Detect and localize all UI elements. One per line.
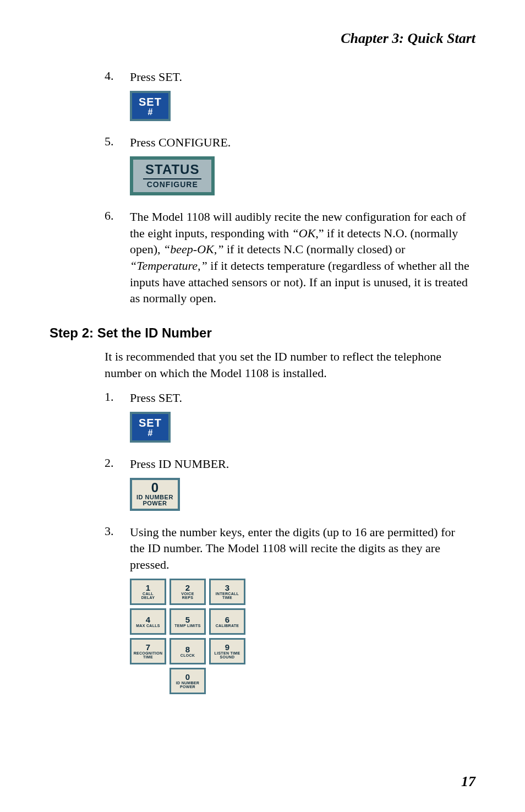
key-digit: 4: [132, 615, 165, 624]
key-label2: TIME: [211, 596, 244, 600]
key-label2: SOUND: [211, 655, 244, 659]
button-label-bottom: #: [139, 429, 162, 438]
key-digit: 5: [171, 615, 204, 624]
body: 4. Press SET. SET # 5. Press CONFIGURE.: [105, 69, 470, 307]
continued-steps-list: 4. Press SET. SET # 5. Press CONFIGURE.: [105, 69, 470, 307]
keypad-row-1: 1 CALL DELAY 2 VOICE REPS 3: [130, 579, 245, 605]
key-8: 8 CLOCK: [169, 638, 206, 664]
step-number: 2.: [105, 456, 130, 514]
key-digit: 7: [132, 643, 165, 651]
key-label: CLOCK: [171, 653, 204, 657]
step-number: 5.: [105, 134, 130, 198]
key-5: 5 TEMP LIMITS: [169, 608, 206, 635]
button-label-top: STATUS: [143, 162, 201, 179]
key-label2: POWER: [171, 685, 204, 689]
status-configure-button: STATUS CONFIGURE: [130, 156, 215, 195]
step-6: 6. The Model 1108 will audibly recite th…: [105, 209, 470, 307]
key-label2: REPS: [171, 596, 204, 600]
set-button-graphic: SET #: [130, 91, 470, 122]
step-4: 4. Press SET. SET #: [105, 69, 470, 124]
quote-ok: “OK,: [292, 226, 319, 240]
key-label: INTERCALL: [211, 592, 244, 596]
id-number-button: 0 ID NUMBER POWER: [130, 478, 180, 511]
key-label2: DELAY: [132, 596, 165, 600]
quote-temperature: “Temperature,”: [130, 259, 207, 273]
key-6: 6 CALIBRATE: [209, 608, 245, 635]
page-number: 17: [461, 773, 475, 790]
button-label-bottom: #: [139, 108, 162, 117]
step2-item-1: 1. Press SET. SET #: [105, 390, 470, 445]
step2-item-3: 3. Using the number keys, enter the digi…: [105, 524, 470, 697]
key-digit: 9: [211, 643, 244, 651]
key-label2: TIME: [132, 655, 165, 659]
step-5: 5. Press CONFIGURE. STATUS CONFIGURE: [105, 134, 470, 198]
key-0: 0 ID NUMBER POWER: [169, 668, 206, 694]
page: Chapter 3: Quick Start 4. Press SET. SET…: [0, 0, 525, 812]
key-digit: 1: [132, 584, 165, 592]
key-digit: 2: [171, 584, 204, 592]
step-number: 6.: [105, 209, 130, 307]
running-header: Chapter 3: Quick Start: [50, 30, 475, 47]
step2-body: It is recommended that you set the ID nu…: [105, 348, 470, 697]
button-digit: 0: [136, 481, 173, 494]
keypad-graphic: 1 CALL DELAY 2 VOICE REPS 3: [130, 579, 245, 694]
quote-beep-ok: “beep-OK,”: [163, 242, 223, 256]
key-label: CALIBRATE: [211, 624, 244, 628]
step2-item-2: 2. Press ID NUMBER. 0 ID NUMBER POWER: [105, 456, 470, 514]
key-digit: 0: [171, 673, 204, 681]
step2-intro: It is recommended that you set the ID nu…: [105, 348, 470, 381]
step-content: Press CONFIGURE. STATUS CONFIGURE: [130, 134, 470, 198]
text-segment: if it detects N.C (normally closed) or: [223, 242, 405, 256]
keypad-row-3: 7 RECOGNITION TIME 8 CLOCK 9: [130, 638, 245, 664]
keypad-row-4: 0 ID NUMBER POWER: [130, 668, 245, 694]
key-digit: 6: [211, 615, 244, 624]
status-button-graphic: STATUS CONFIGURE: [130, 156, 470, 195]
keypad-row-2: 4 MAX CALLS 5 TEMP LIMITS 6: [130, 608, 245, 635]
step-number: 3.: [105, 524, 130, 697]
key-label: LISTEN TIME: [211, 651, 244, 655]
key-label: ID NUMBER: [171, 681, 204, 685]
key-7: 7 RECOGNITION TIME: [130, 638, 166, 664]
set-button: SET #: [130, 412, 171, 443]
key-label: MAX CALLS: [132, 624, 165, 628]
button-label-mid: ID NUMBER: [136, 494, 173, 500]
step-text: Press SET.: [130, 391, 182, 405]
step-number: 4.: [105, 69, 130, 124]
key-label: TEMP LIMITS: [171, 624, 204, 628]
step-text: Press CONFIGURE.: [130, 135, 231, 149]
key-2: 2 VOICE REPS: [169, 579, 206, 605]
step-text: Press ID NUMBER.: [130, 457, 229, 471]
step-number: 1.: [105, 390, 130, 445]
step-content: Press SET. SET #: [130, 69, 470, 124]
key-3: 3 INTERCALL TIME: [209, 579, 245, 605]
key-1: 1 CALL DELAY: [130, 579, 166, 605]
button-label-top: SET: [139, 417, 162, 429]
set-button: SET #: [130, 91, 171, 122]
step2-list: 1. Press SET. SET # 2. Press ID NUMBER.: [105, 390, 470, 697]
step-content: Using the number keys, enter the digits …: [130, 524, 470, 697]
step-text: Press SET.: [130, 70, 182, 84]
step-content: Press SET. SET #: [130, 390, 470, 445]
key-label: CALL: [132, 592, 165, 596]
key-9: 9 LISTEN TIME SOUND: [209, 638, 245, 664]
set-button-graphic: SET #: [130, 412, 470, 443]
button-label-bottom: CONFIGURE: [143, 181, 201, 189]
id-number-button-graphic: 0 ID NUMBER POWER: [130, 478, 470, 511]
button-label-bot: POWER: [136, 500, 173, 506]
step-content: Press ID NUMBER. 0 ID NUMBER POWER: [130, 456, 470, 514]
key-label: RECOGNITION: [132, 651, 165, 655]
step-content: The Model 1108 will audibly recite the n…: [130, 209, 470, 307]
key-4: 4 MAX CALLS: [130, 608, 166, 635]
key-digit: 8: [171, 645, 204, 653]
button-label-top: SET: [139, 96, 162, 108]
step2-heading: Step 2: Set the ID Number: [50, 325, 475, 341]
key-digit: 3: [211, 584, 244, 592]
step-text: Using the number keys, enter the digits …: [130, 525, 455, 571]
key-label: VOICE: [171, 592, 204, 596]
